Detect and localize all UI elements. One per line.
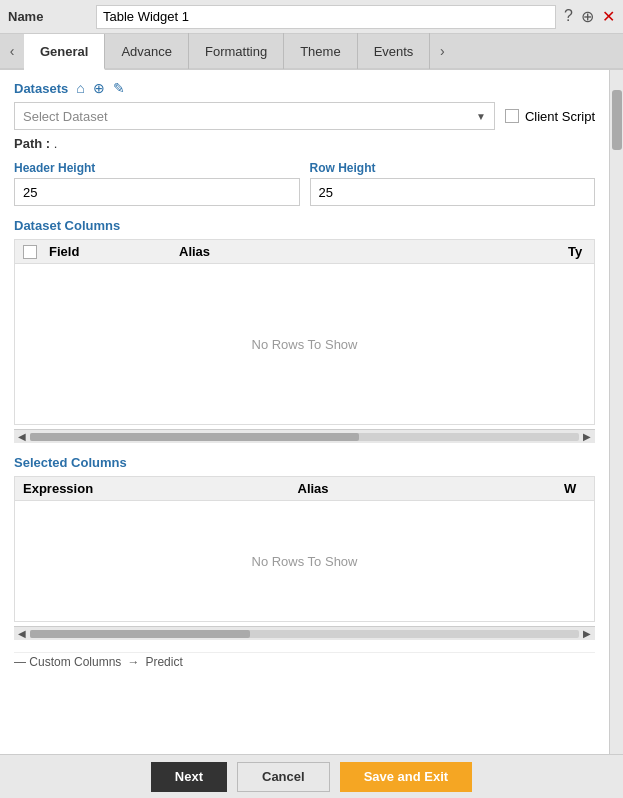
row-height-field: Row Height [310, 161, 596, 206]
header-height-input[interactable] [14, 178, 300, 206]
datasets-home-icon[interactable]: ⌂ [76, 80, 84, 96]
help-icon[interactable]: ? [564, 7, 573, 26]
sel-hscroll-thumb[interactable] [30, 630, 250, 638]
hscroll-thumb[interactable] [30, 433, 359, 441]
selected-columns-table-header: Expression Alias W [15, 477, 594, 501]
tab-bar: ‹ General Advance Formatting Theme Event… [0, 34, 623, 70]
dataset-select-placeholder: Select Dataset [23, 109, 108, 124]
tab-formatting[interactable]: Formatting [189, 33, 284, 69]
sel-hscroll-left-arrow[interactable]: ◀ [18, 628, 26, 639]
move-icon[interactable]: ⊕ [581, 7, 594, 26]
path-value: . [54, 136, 58, 151]
col-check-header [15, 244, 45, 259]
bottom-separator: → [127, 655, 139, 669]
hscroll-left-arrow[interactable]: ◀ [18, 431, 26, 442]
col-type-header: Ty [564, 244, 594, 259]
dataset-columns-title: Dataset Columns [14, 218, 120, 233]
select-all-checkbox[interactable] [23, 245, 37, 259]
client-script-row: Client Script [505, 109, 595, 124]
datasets-section-header: Datasets ⌂ ⊕ ✎ [14, 80, 595, 96]
tab-general[interactable]: General [24, 34, 105, 70]
client-script-checkbox[interactable] [505, 109, 519, 123]
selected-columns-table: Expression Alias W No Rows To Show [14, 476, 595, 622]
sel-col-expr-header: Expression [15, 481, 294, 496]
tab-right-arrow[interactable]: › [430, 33, 454, 69]
hscroll-right-arrow[interactable]: ▶ [583, 431, 591, 442]
hscroll-track[interactable] [30, 433, 579, 441]
sel-hscroll-track[interactable] [30, 630, 579, 638]
widget-name-input[interactable] [96, 5, 556, 29]
path-label: Path : [14, 136, 54, 151]
dataset-columns-hscroll[interactable]: ◀ ▶ [14, 429, 595, 443]
predict-link[interactable]: Predict [145, 655, 182, 669]
sel-col-width-header: W [564, 481, 594, 496]
datasets-add-icon[interactable]: ⊕ [93, 80, 105, 96]
dataset-columns-table-header: Field Alias Ty [15, 240, 594, 264]
vertical-scrollbar-thumb[interactable] [612, 90, 622, 150]
dataset-select[interactable]: Select Dataset ▼ [14, 102, 495, 130]
dataset-columns-table: Field Alias Ty No Rows To Show [14, 239, 595, 425]
path-row: Path : . [14, 136, 595, 151]
heights-row: Header Height Row Height [14, 161, 595, 206]
row-height-label: Row Height [310, 161, 596, 175]
datasets-edit-icon[interactable]: ✎ [113, 80, 125, 96]
tab-events[interactable]: Events [358, 33, 431, 69]
sel-hscroll-right-arrow[interactable]: ▶ [583, 628, 591, 639]
cancel-button[interactable]: Cancel [237, 762, 330, 792]
main-content: Datasets ⌂ ⊕ ✎ Select Dataset ▼ Client S… [0, 70, 623, 754]
header-height-label: Header Height [14, 161, 300, 175]
next-button[interactable]: Next [151, 762, 227, 792]
tab-advance[interactable]: Advance [105, 33, 189, 69]
dataset-columns-empty-text: No Rows To Show [252, 337, 358, 352]
datasets-title: Datasets [14, 81, 68, 96]
col-alias-header: Alias [175, 244, 564, 259]
name-label: Name [8, 9, 88, 24]
bottom-section: — Custom Columns → Predict [14, 652, 595, 671]
sel-col-alias-header: Alias [294, 481, 565, 496]
title-bar-icons: ? ⊕ ✕ [564, 7, 615, 26]
save-exit-button[interactable]: Save and Exit [340, 762, 473, 792]
close-icon[interactable]: ✕ [602, 7, 615, 26]
content-area: Datasets ⌂ ⊕ ✎ Select Dataset ▼ Client S… [0, 70, 609, 754]
header-height-field: Header Height [14, 161, 300, 206]
title-bar: Name ? ⊕ ✕ [0, 0, 623, 34]
dataset-dropdown-arrow: ▼ [476, 111, 486, 122]
footer: Next Cancel Save and Exit [0, 754, 623, 798]
selected-columns-hscroll[interactable]: ◀ ▶ [14, 626, 595, 640]
dataset-columns-table-body: No Rows To Show [15, 264, 594, 424]
tab-left-arrow[interactable]: ‹ [0, 33, 24, 69]
row-height-input[interactable] [310, 178, 596, 206]
selected-columns-empty-text: No Rows To Show [252, 554, 358, 569]
dataset-columns-header: Dataset Columns [14, 218, 595, 233]
tab-theme[interactable]: Theme [284, 33, 357, 69]
client-script-label: Client Script [525, 109, 595, 124]
vertical-scrollbar[interactable] [609, 70, 623, 754]
dataset-row: Select Dataset ▼ Client Script [14, 102, 595, 130]
selected-columns-title: Selected Columns [14, 455, 127, 470]
selected-columns-table-body: No Rows To Show [15, 501, 594, 621]
col-field-header: Field [45, 244, 175, 259]
selected-columns-header: Selected Columns [14, 455, 595, 470]
custom-columns-link[interactable]: — Custom Columns [14, 655, 121, 669]
